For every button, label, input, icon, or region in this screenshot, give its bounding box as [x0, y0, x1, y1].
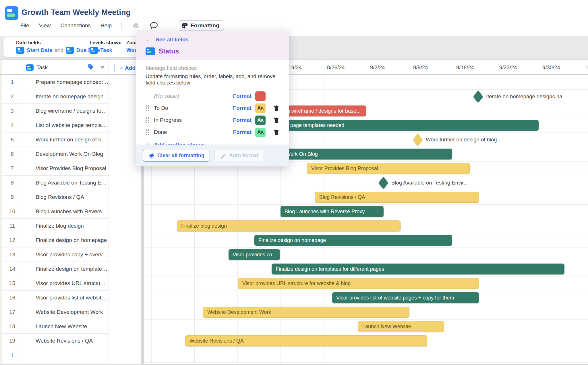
task-name-cell[interactable]: Development Work On Blog [22, 147, 109, 161]
format-link[interactable]: Format [233, 93, 252, 99]
row-number-cell[interactable]: 15 [2, 276, 22, 291]
timeline-date-label: 8/26/24 [327, 64, 345, 71]
task-name-cell[interactable]: Blog Revisions / QA [22, 190, 109, 204]
add-row-button[interactable]: + [2, 348, 22, 362]
timeline-date-label: 9/9/24 [413, 64, 428, 71]
see-all-fields-link[interactable]: ← See all fields [146, 36, 279, 43]
grid-hline [144, 190, 588, 190]
row-number-cell[interactable]: 13 [2, 247, 22, 262]
format-link[interactable]: Format [233, 117, 252, 123]
levels-shown-label: Levels shown [90, 40, 121, 46]
drag-handle-icon[interactable] [146, 129, 149, 135]
drag-handle-icon[interactable] [146, 117, 149, 123]
formatting-popover: ← See all fields Status Manage field cho… [136, 31, 289, 166]
formatting-button[interactable]: Formatting [178, 20, 224, 31]
menu-file[interactable]: File [20, 22, 29, 29]
row-number-cell[interactable]: 9 [2, 190, 22, 204]
menu-view[interactable]: View [39, 22, 51, 29]
gantt-bar[interactable]: Launch New Website [358, 321, 444, 332]
auto-format-button[interactable]: Auto format [214, 150, 264, 162]
gantt-bar[interactable]: Visor Provides Blog Proposal [307, 163, 470, 174]
horizontal-scrollbar-track[interactable] [0, 364, 588, 365]
task-name-cell[interactable]: Visor provides list of websit… [22, 291, 109, 305]
row-number-cell[interactable]: 12 [2, 233, 22, 247]
levels-task-link[interactable]: Task [100, 47, 112, 53]
task-name-cell[interactable]: Work further on design of b… [22, 132, 109, 147]
menu-connections[interactable]: Connections [60, 22, 91, 29]
grid-hline [144, 348, 588, 348]
task-name-cell[interactable]: Visor provides URL structu… [22, 276, 109, 291]
gantt-bar[interactable]: Finalize design on homepage [254, 235, 452, 246]
row-number-cell[interactable]: 11 [2, 219, 22, 233]
task-name-cell[interactable]: Launch New Website [22, 319, 109, 334]
task-name-cell[interactable]: Visor Provides Blog Proposal [22, 161, 109, 176]
gantt-bar[interactable]: Blog wireframe / designs for base... [276, 105, 366, 116]
row-number-cell[interactable]: 18 [2, 319, 22, 334]
choice-label[interactable]: In Progress [154, 117, 233, 123]
task-name-cell[interactable]: Blog Launches with Revers… [22, 204, 109, 219]
format-color-swatch[interactable]: Aa [255, 128, 266, 137]
row-number-cell[interactable]: 2 [2, 89, 22, 104]
choice-label[interactable]: Done [154, 129, 233, 135]
row-number-cell[interactable]: 8 [2, 176, 22, 190]
table-row: 18Launch New Website [2, 319, 109, 334]
task-name-cell[interactable]: Finalize design on template… [22, 262, 109, 276]
menu-help[interactable]: Help [100, 22, 112, 29]
task-name-cell[interactable]: Finalize blog design [22, 219, 109, 233]
row-number-cell[interactable]: 6 [2, 147, 22, 161]
row-number-cell[interactable]: 5 [2, 132, 22, 147]
format-link[interactable]: Format [233, 129, 252, 135]
task-name-cell[interactable]: Iterate on homepage design… [22, 89, 109, 104]
task-name-cell[interactable]: Website Revisions / QA [22, 334, 109, 348]
gantt-bar[interactable]: Website Revisions / QA [185, 335, 427, 346]
drag-handle-icon[interactable] [146, 105, 149, 111]
gantt-milestone-diamond[interactable] [413, 134, 423, 146]
task-name-cell[interactable]: Prepare homepage concept… [22, 75, 109, 89]
delete-choice-icon[interactable] [274, 129, 279, 135]
row-number-cell[interactable]: 7 [2, 161, 22, 176]
task-name-cell[interactable]: Blog Available on Testing E… [22, 176, 109, 190]
row-number-cell[interactable]: 16 [2, 291, 22, 305]
table-row: 4List of website page templa… [2, 118, 109, 132]
gantt-bar[interactable]: Visor provides list of website pages + c… [332, 292, 479, 303]
start-date-field-link[interactable]: Start Date [27, 47, 53, 53]
task-name-cell[interactable]: Finalize design on homepage [22, 233, 109, 247]
format-color-swatch[interactable]: Aa [255, 103, 266, 113]
task-column-header[interactable]: Task [22, 60, 109, 75]
table-header-row: Task [2, 60, 109, 75]
choice-label[interactable]: (No value) [154, 93, 233, 99]
gantt-bar[interactable]: Visor provides URL structure for website… [238, 278, 479, 289]
row-number-cell[interactable]: 4 [2, 118, 22, 132]
row-number-cell[interactable]: 17 [2, 305, 22, 319]
delete-choice-icon[interactable] [274, 105, 279, 111]
chevron-down-icon[interactable] [100, 66, 105, 69]
new-row-empty-cell[interactable] [22, 348, 109, 362]
row-number-cell[interactable]: 19 [2, 334, 22, 348]
gantt-bar[interactable]: Blog Revisions / QA [315, 192, 479, 203]
format-link[interactable]: Format [233, 105, 252, 111]
gantt-bar[interactable]: Finalize design on templates for differe… [272, 264, 564, 274]
choice-label[interactable]: To Do [154, 105, 233, 111]
gantt-bar[interactable]: List of website page templates needed [252, 120, 539, 131]
gantt-bar[interactable]: Finalize blog design [177, 220, 401, 231]
format-color-swatch[interactable]: Aa [255, 116, 266, 125]
task-name-cell[interactable]: List of website page templa… [22, 118, 109, 132]
gantt-bar[interactable]: Blog Launches with Reverse Proxy [281, 206, 384, 217]
task-name-cell[interactable]: Website Development Work [22, 305, 109, 319]
task-name-cell[interactable]: Blog wireframe / designs fo… [22, 104, 109, 118]
row-number-cell[interactable]: 10 [2, 204, 22, 219]
task-name-cell[interactable]: Visor provides copy + overv… [22, 247, 109, 262]
clear-all-formatting-button[interactable]: Clear all formatting [143, 150, 210, 162]
gantt-milestone-diamond[interactable] [378, 177, 388, 189]
gantt-bar[interactable]: Visor provides co... [229, 249, 280, 260]
row-number-cell[interactable]: 14 [2, 262, 22, 276]
row-number-cell[interactable]: 1 [2, 75, 22, 89]
row-number-cell[interactable]: 3 [2, 104, 22, 118]
delete-choice-icon[interactable] [274, 117, 279, 123]
format-color-swatch[interactable] [255, 91, 266, 101]
sync-cloud-icon[interactable] [131, 22, 140, 29]
comments-icon[interactable] [150, 22, 158, 29]
tag-icon[interactable] [87, 64, 94, 72]
gantt-bar[interactable]: Website Development Work [203, 307, 409, 318]
gantt-milestone-diamond[interactable] [473, 91, 483, 103]
